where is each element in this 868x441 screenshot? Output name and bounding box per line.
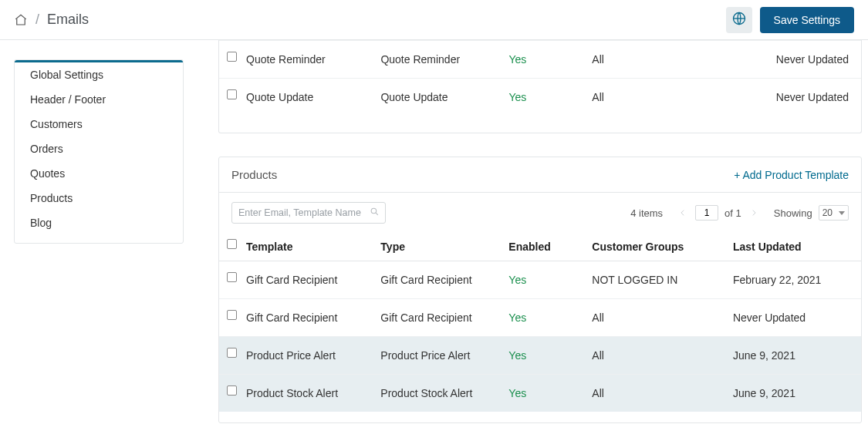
table-row[interactable]: Product Price Alert Product Price Alert … — [219, 337, 861, 375]
page-size-value: 20 — [822, 207, 833, 218]
search-icon — [370, 207, 380, 219]
page-of: of 1 — [724, 207, 741, 219]
pager: of 1 — [677, 205, 760, 220]
cell-type: Gift Card Recipient — [380, 274, 471, 286]
sidebar-item-label: Global Settings — [30, 69, 103, 81]
cell-updated: February 22, 2021 — [733, 274, 821, 286]
products-toolbar: 4 items of 1 Showing — [219, 193, 861, 233]
caret-down-icon — [839, 211, 845, 215]
cell-type: Product Price Alert — [380, 349, 470, 362]
col-updated: Last Updated — [733, 241, 802, 253]
cell-updated: June 9, 2021 — [733, 349, 795, 362]
search-input[interactable] — [231, 202, 386, 224]
cell-groups: All — [592, 387, 604, 399]
table-row[interactable]: Gift Card Recipient Gift Card Recipient … — [219, 299, 861, 337]
cell-template: Quote Update — [246, 91, 313, 103]
sidebar-item-blog[interactable]: Blog — [15, 210, 183, 243]
row-checkbox[interactable] — [227, 385, 237, 396]
page-current-input[interactable] — [695, 205, 718, 220]
sidebar-item-label: Orders — [30, 143, 63, 155]
cell-type: Quote Reminder — [380, 53, 460, 66]
sidebar: Global Settings Header / Footer Customer… — [14, 59, 184, 244]
cell-updated: Never Updated — [776, 53, 849, 66]
table-row[interactable]: Quote Update Quote Update Yes All Never … — [219, 79, 861, 116]
select-all-checkbox[interactable] — [227, 239, 237, 249]
topbar: / Emails Save Settings — [0, 0, 868, 40]
cell-type: Gift Card Recipient — [380, 311, 471, 324]
save-settings-button[interactable]: Save Settings — [760, 7, 854, 33]
cell-updated: Never Updated — [776, 91, 849, 103]
sidebar-item-products[interactable]: Products — [15, 186, 183, 210]
cell-enabled: Yes — [508, 91, 526, 103]
col-type: Type — [380, 241, 405, 253]
cell-groups: All — [592, 53, 604, 66]
sidebar-item-orders[interactable]: Orders — [15, 136, 183, 161]
items-count: 4 items — [630, 207, 663, 219]
products-card-header: Products + Add Product Template — [219, 157, 861, 193]
cell-type: Quote Update — [380, 91, 448, 103]
home-icon[interactable] — [14, 13, 28, 27]
sidebar-item-customers[interactable]: Customers — [15, 112, 183, 136]
sidebar-item-label: Header / Footer — [30, 93, 106, 106]
sidebar-item-label: Products — [30, 192, 73, 204]
sidebar-item-label: Customers — [30, 118, 83, 130]
cell-template: Product Stock Alert — [246, 387, 338, 399]
card-title: Products — [231, 168, 277, 181]
globe-button[interactable] — [726, 7, 752, 33]
row-checkbox[interactable] — [227, 272, 237, 282]
showing-label: Showing — [774, 207, 812, 219]
quotes-table-partial: Quote Reminder Quote Reminder Yes All Ne… — [219, 40, 861, 116]
top-actions: Save Settings — [726, 7, 854, 33]
pager-prev[interactable] — [677, 207, 689, 219]
row-checkbox[interactable] — [227, 89, 237, 99]
cell-template: Product Price Alert — [246, 349, 336, 362]
cell-groups: All — [592, 91, 604, 103]
breadcrumb: / Emails — [14, 12, 89, 28]
sidebar-item-quotes[interactable]: Quotes — [15, 161, 183, 186]
table-row[interactable]: Quote Reminder Quote Reminder Yes All Ne… — [219, 41, 861, 79]
row-checkbox[interactable] — [227, 52, 237, 62]
col-groups: Customer Groups — [592, 241, 684, 253]
page-title: Emails — [47, 12, 89, 28]
col-enabled: Enabled — [508, 241, 550, 253]
cell-groups: All — [592, 349, 604, 362]
breadcrumb-sep: / — [35, 12, 39, 28]
quotes-card-partial: Quote Reminder Quote Reminder Yes All Ne… — [218, 40, 862, 133]
cell-template: Gift Card Recipient — [246, 311, 337, 324]
pager-next[interactable] — [748, 207, 760, 219]
cell-enabled: Yes — [508, 53, 526, 66]
products-card: Products + Add Product Template 4 items — [218, 157, 862, 423]
cell-enabled: Yes — [508, 274, 526, 286]
sidebar-item-label: Quotes — [30, 167, 65, 180]
table-row[interactable]: Gift Card Recipient Gift Card Recipient … — [219, 261, 861, 299]
cell-template: Quote Reminder — [246, 53, 326, 66]
row-checkbox[interactable] — [227, 348, 237, 358]
add-product-template-link[interactable]: + Add Product Template — [734, 169, 849, 181]
svg-point-1 — [371, 208, 377, 214]
sidebar-item-global-settings[interactable]: Global Settings — [15, 62, 183, 87]
products-table: Template Type Enabled Customer Groups La… — [219, 233, 861, 412]
page-size-select[interactable]: 20 — [819, 205, 849, 220]
cell-enabled: Yes — [508, 311, 526, 324]
globe-icon — [731, 11, 747, 29]
cell-type: Product Stock Alert — [380, 387, 472, 399]
sidebar-item-header-footer[interactable]: Header / Footer — [15, 87, 183, 112]
cell-updated: June 9, 2021 — [733, 387, 795, 399]
col-template: Template — [246, 241, 292, 253]
table-row[interactable]: Product Stock Alert Product Stock Alert … — [219, 375, 861, 412]
cell-groups: NOT LOGGED IN — [592, 274, 677, 286]
cell-groups: All — [592, 311, 604, 324]
cell-template: Gift Card Recipient — [246, 274, 337, 286]
row-checkbox[interactable] — [227, 310, 237, 320]
sidebar-item-label: Blog — [30, 217, 52, 229]
cell-updated: Never Updated — [733, 311, 806, 324]
cell-enabled: Yes — [508, 349, 526, 362]
cell-enabled: Yes — [508, 387, 526, 399]
